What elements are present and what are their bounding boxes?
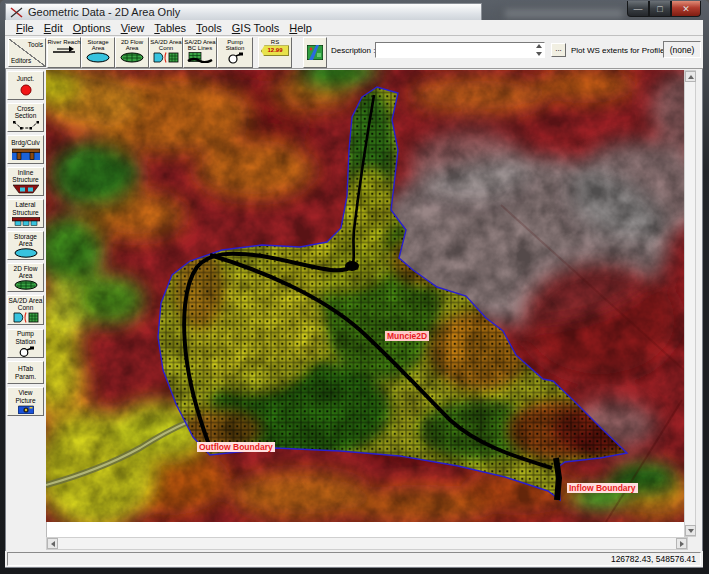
2d-flow-area-icon [13,280,39,290]
pump-station-button[interactable]: Pump Station [217,37,253,68]
sa2d-conn-side-button[interactable]: SA/2D Area Conn [7,295,44,325]
scroll-right-icon [680,541,684,547]
minimize-button[interactable]: — [627,1,649,17]
lateral-structure-icon [12,217,40,226]
2d-flow-area-button[interactable]: 2D Flow Area [115,37,149,68]
bridge-culvert-icon [12,148,40,160]
inline-structure-icon [13,184,39,194]
description-label: Description : [331,46,375,55]
scroll-up-button[interactable] [685,71,696,82]
tools-editors-corner: Tools Editors [8,38,46,67]
plot-ws-extents-label: Plot WS extents for Profile: [571,46,667,55]
window-controls: — □ ✕ [627,1,701,17]
2d-flow-area-icon [119,52,145,63]
menubar: File Edit Options View Tables Tools GIS … [5,20,703,36]
statusbar: 126782.43, 548576.41 [5,551,703,567]
scroll-right-button[interactable] [676,538,687,549]
terrain-map[interactable] [46,70,684,537]
pump-station-icon [16,346,36,357]
menu-tools[interactable]: Tools [191,22,227,34]
window-title: Geometric Data - 2D Area Only [28,6,180,18]
inflow-boundary-line[interactable] [556,458,559,500]
menu-edit[interactable]: Edit [39,22,68,34]
2d-flow-area-side-button[interactable]: 2D Flow Area [7,263,44,292]
rs-button[interactable]: RS 12.99 [258,37,292,68]
storage-area-button[interactable]: Storage Area [81,37,115,68]
pump-station-icon [225,52,245,64]
horizontal-scrollbar[interactable] [46,537,688,550]
menu-view[interactable]: View [116,22,150,34]
storage-area-side-button[interactable]: Storage Area [7,231,44,260]
scroll-down-icon [688,529,694,533]
lateral-structure-button[interactable]: Lateral Structure [7,199,44,228]
scroll-left-icon [51,541,55,547]
sa2d-conn-icon [12,312,40,323]
cursor-coordinates: 126782.43, 548576.41 [7,552,701,566]
spinner-up-icon[interactable] [536,44,542,48]
inflow-boundary-label[interactable]: Inflow Boundary [567,483,638,493]
scroll-down-button[interactable] [685,525,696,536]
pump-station-side-button[interactable]: Pump Station [7,329,44,358]
outflow-boundary-label[interactable]: Outflow Boundary [197,442,275,452]
view-picture-button[interactable]: View Picture [7,387,44,416]
map-icon [307,45,323,60]
storage-area-icon [85,52,111,63]
inline-structure-button[interactable]: Inline Structure [7,167,44,196]
camera-icon [18,405,34,414]
description-input[interactable] [375,42,545,58]
junction-button[interactable]: Junct. [7,71,44,100]
corner-tools-label: Tools [28,41,43,48]
sa2d-bc-lines-button[interactable]: SA/2D Area BC Lines [183,37,217,68]
rs-tag-icon: 12.99 [261,45,289,56]
junction-icon [20,84,32,96]
sa2d-conn-icon [152,52,180,63]
river-reach-icon [51,45,77,55]
app-icon [10,6,23,19]
menu-options[interactable]: Options [68,22,116,34]
scroll-left-button[interactable] [47,538,58,549]
area-label[interactable]: Muncie2D [385,331,429,341]
menu-help[interactable]: Help [284,22,317,34]
background-window-title-redacted [505,9,623,18]
description-ellipsis-button[interactable]: ... [551,43,566,57]
scroll-up-icon [688,75,694,79]
bridge-culvert-button[interactable]: Brdg/Culv [7,135,44,164]
vertical-scrollbar[interactable] [684,70,696,537]
corner-editors-label: Editors [11,57,31,64]
close-button[interactable]: ✕ [671,1,701,17]
cross-section-icon [13,120,39,130]
sa2d-conn-button[interactable]: SA/2D Area Conn [149,37,183,68]
cross-section-button[interactable]: Cross Section [7,103,44,132]
river-reach-button[interactable]: River Reach [47,37,81,68]
profile-value[interactable]: (none) [663,41,701,58]
titlebar[interactable]: Geometric Data - 2D Area Only [5,3,482,20]
sa2d-bc-lines-icon [186,52,214,63]
spinner-down-icon[interactable] [536,52,542,56]
storage-area-icon [13,248,39,258]
menu-gis-tools[interactable]: GIS Tools [227,22,285,34]
menu-file[interactable]: File [11,22,39,34]
htab-param-button[interactable]: HTab Param. [7,361,44,384]
maximize-button[interactable]: □ [649,1,671,17]
plot-map-button[interactable] [303,37,327,68]
description-spinner[interactable] [534,44,543,56]
screen: — □ ✕ Geometric Data - 2D Area Only File… [0,0,709,574]
menu-tables[interactable]: Tables [149,22,191,34]
